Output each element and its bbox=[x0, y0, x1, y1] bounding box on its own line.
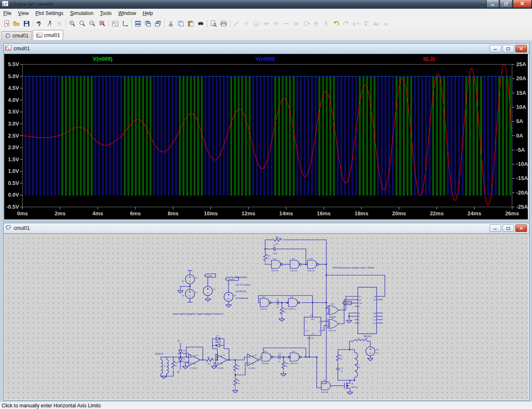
schematic-canvas[interactable]: R2410kC8100pR231kU1074HCT00U1274HCT00U13… bbox=[4, 234, 528, 399]
w[interactable] bbox=[265, 240, 273, 249]
w[interactable] bbox=[212, 345, 217, 360]
dio-D2[interactable]: D2 bbox=[212, 341, 224, 347]
tile-windows-icon[interactable] bbox=[153, 19, 163, 29]
plot-close-button[interactable] bbox=[515, 45, 527, 52]
res-R7[interactable]: R71m bbox=[336, 352, 342, 362]
indv-L1[interactable]: L1 bbox=[161, 360, 165, 374]
schematic-drawing[interactable]: R2410kC8100pR231kU1074HCT00U1274HCT00U13… bbox=[4, 234, 528, 399]
schematic-maximize-button[interactable] bbox=[502, 224, 514, 232]
gnd[interactable] bbox=[226, 305, 232, 307]
zoom-full-icon[interactable] bbox=[97, 19, 107, 29]
w[interactable] bbox=[185, 363, 189, 366]
nand-U12[interactable]: U1274HCT00 bbox=[290, 258, 303, 272]
gnd[interactable] bbox=[367, 358, 373, 361]
print-icon[interactable] bbox=[219, 19, 229, 29]
w[interactable] bbox=[276, 249, 306, 264]
w[interactable] bbox=[380, 275, 385, 296]
cap-C2[interactable]: C21n bbox=[276, 298, 279, 308]
plot-settings-icon[interactable] bbox=[110, 19, 120, 29]
res-R27[interactable]: R272k bbox=[282, 360, 289, 370]
w[interactable] bbox=[342, 300, 355, 324]
zen-D4[interactable]: D41N4148 bbox=[178, 349, 189, 357]
minimize-button[interactable] bbox=[486, 0, 499, 8]
res-R1[interactable]: R11k bbox=[172, 360, 178, 370]
w[interactable] bbox=[161, 374, 167, 376]
gnd[interactable] bbox=[211, 366, 217, 369]
tab-cmul01-waveform[interactable]: cmul01 bbox=[33, 30, 64, 40]
gnd[interactable] bbox=[281, 374, 286, 376]
res-R3[interactable]: R310k bbox=[204, 356, 214, 365]
w[interactable] bbox=[224, 345, 229, 360]
gnd[interactable] bbox=[182, 366, 188, 369]
menu-file[interactable]: File bbox=[0, 9, 15, 17]
flag[interactable]: [t1gab] bbox=[204, 274, 216, 277]
w[interactable] bbox=[350, 341, 354, 350]
cap-C12[interactable]: C121n bbox=[278, 352, 281, 362]
nand-U26[interactable]: U2674HCT14 bbox=[288, 350, 303, 365]
opa-U5[interactable]: U5LTC6244 bbox=[247, 354, 259, 369]
opa-U2[interactable]: U2LTC6244 bbox=[189, 354, 200, 369]
waveform-window-titlebar[interactable]: cmul01 bbox=[4, 44, 529, 54]
w[interactable] bbox=[180, 286, 190, 291]
nand-U13[interactable]: U1374HCT00 bbox=[307, 258, 320, 272]
zen-D5[interactable]: D51N4148 bbox=[178, 357, 189, 365]
res-R24[interactable]: R2410k bbox=[273, 236, 283, 245]
menu-tools[interactable]: Tools bbox=[97, 9, 115, 17]
menu-window[interactable]: Window bbox=[115, 9, 140, 17]
tile-horizontal-icon[interactable] bbox=[133, 19, 143, 29]
nand-U10[interactable]: U1074HCT00 bbox=[271, 258, 284, 272]
res-R26[interactable]: R262k bbox=[280, 306, 287, 315]
and-U9[interactable]: U974HCT08 bbox=[321, 379, 334, 393]
xor-U23[interactable]: U2374HCT86 bbox=[328, 303, 342, 318]
ic-74HC193[interactable]: UPDNCLRLDABCDCABOQAQBQCQD74HC193 bbox=[355, 287, 380, 338]
save-icon[interactable] bbox=[22, 19, 32, 29]
gnd[interactable] bbox=[279, 319, 285, 321]
indv[interactable] bbox=[167, 360, 168, 374]
waveform-plot[interactable]: 5.5V5.0V4.5V4.0V3.5V3.0V2.5V2.0V1.5V1.0V… bbox=[4, 54, 528, 219]
copy-icon[interactable] bbox=[176, 19, 186, 29]
zoom-in-icon[interactable] bbox=[67, 19, 77, 29]
src-V1[interactable]: V18V bbox=[182, 289, 198, 298]
w[interactable] bbox=[259, 357, 262, 360]
indv-L3[interactable]: L348µ bbox=[355, 352, 360, 377]
gnd[interactable] bbox=[161, 376, 167, 379]
res-R23[interactable]: R231k bbox=[264, 252, 271, 262]
cut-icon[interactable] bbox=[166, 19, 176, 29]
res-R2[interactable]: R210k bbox=[234, 377, 241, 387]
axis-setup-icon[interactable] bbox=[120, 19, 130, 29]
schematic-minimize-button[interactable] bbox=[490, 224, 501, 232]
print-preview-icon[interactable] bbox=[209, 19, 219, 29]
w[interactable] bbox=[214, 363, 216, 366]
undo-icon[interactable] bbox=[331, 19, 341, 29]
gnd[interactable] bbox=[347, 392, 353, 394]
schematic-close-button[interactable] bbox=[515, 224, 527, 232]
w[interactable] bbox=[167, 357, 173, 360]
indh-L5[interactable]: L510µ bbox=[354, 337, 368, 341]
zoom-area-icon[interactable] bbox=[77, 19, 87, 29]
gnd[interactable] bbox=[177, 291, 183, 293]
src-V7[interactable]: V7 bbox=[224, 292, 236, 301]
w[interactable] bbox=[349, 313, 355, 316]
src-V9[interactable]: V9 bbox=[203, 286, 216, 296]
w[interactable] bbox=[259, 296, 260, 303]
xor-U16[interactable]: U1674HCT86 bbox=[328, 317, 342, 332]
w[interactable] bbox=[367, 341, 370, 347]
plot-maximize-button[interactable] bbox=[502, 45, 514, 52]
nand-U22[interactable]: U2274HCT14 bbox=[287, 296, 301, 310]
res-R4[interactable]: R41k bbox=[234, 362, 240, 372]
w[interactable] bbox=[321, 264, 326, 384]
cascade-windows-icon[interactable] bbox=[143, 19, 153, 29]
cap-C3[interactable]: C33n bbox=[336, 367, 343, 372]
nand-U25[interactable]: U2574HCT00 bbox=[260, 296, 273, 310]
tab-cmul01-schematic[interactable]: cmul01 bbox=[1, 31, 32, 40]
menu-view[interactable]: View bbox=[15, 9, 32, 17]
close-button[interactable] bbox=[513, 0, 532, 8]
plot-minimize-button[interactable] bbox=[490, 45, 501, 52]
run-icon[interactable] bbox=[44, 19, 54, 29]
paste-icon[interactable] bbox=[186, 19, 196, 29]
w[interactable] bbox=[317, 357, 321, 388]
w[interactable] bbox=[321, 325, 328, 330]
gnd[interactable] bbox=[346, 320, 352, 323]
w[interactable] bbox=[235, 357, 247, 360]
gnd[interactable] bbox=[232, 390, 238, 393]
